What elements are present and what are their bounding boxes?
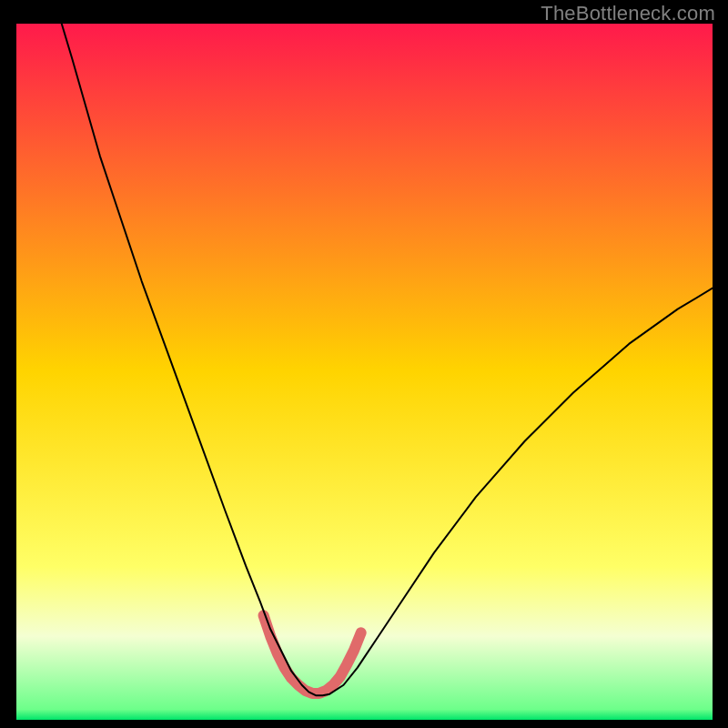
chart-frame: TheBottleneck.com <box>0 0 728 728</box>
chart-background <box>16 24 713 720</box>
bottleneck-chart <box>16 24 713 720</box>
watermark-text: TheBottleneck.com <box>541 2 715 25</box>
